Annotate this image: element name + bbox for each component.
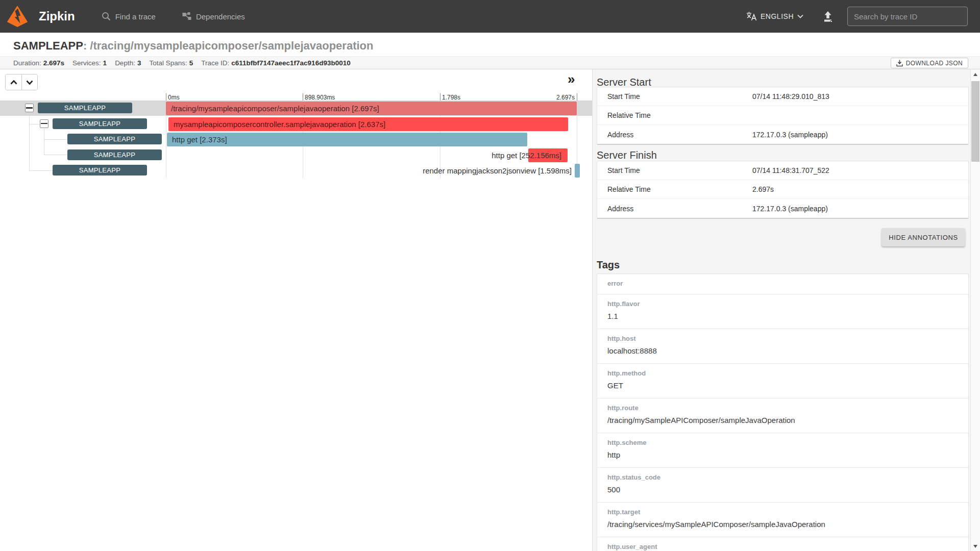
- tags-card: errorhttp.flavor1.1http.hostlocalhost:88…: [597, 273, 969, 551]
- tag-row: error: [597, 274, 968, 294]
- row-label: Relative Time: [607, 185, 651, 193]
- upload-button[interactable]: [823, 11, 833, 22]
- tag-name: http.route: [607, 404, 958, 412]
- tag-value: GET: [607, 380, 949, 391]
- stat-value: 2.697s: [43, 59, 64, 67]
- service-name: SAMPLEAPP: [13, 39, 83, 52]
- detail-table: Start Time07/14 11:48:29.010_813Relative…: [597, 87, 969, 145]
- row-label: Start Time: [607, 166, 640, 174]
- service-badge[interactable]: SAMPLEAPP: [67, 134, 162, 144]
- trace-row[interactable]: SAMPLEAPPrender mappingjackson2jsonview …: [0, 163, 592, 178]
- service-badge[interactable]: SAMPLEAPP: [53, 118, 147, 129]
- nav-label: Find a trace: [115, 12, 156, 21]
- section-title: Server Finish: [597, 149, 657, 161]
- table-row: Address172.17.0.3 (sampleapp): [597, 125, 968, 144]
- trace-id-search-input[interactable]: [847, 7, 968, 26]
- row-label: Address: [607, 205, 633, 213]
- service-badge[interactable]: SAMPLEAPP: [53, 165, 147, 176]
- summary-stat: Services:1: [72, 59, 107, 67]
- dependencies-icon: [182, 12, 191, 20]
- operation-name: : /tracing/mysampleapicomposer/samplejav…: [83, 39, 374, 52]
- nav-item-dependencies[interactable]: Dependencies: [182, 12, 245, 21]
- download-json-label: DOWNLOAD JSON: [906, 60, 963, 67]
- tag-value: localhost:8888: [607, 345, 949, 357]
- detail-table: Start Time07/14 11:48:31.707_522Relative…: [597, 161, 969, 219]
- expand-timeline-icon[interactable]: »: [568, 72, 575, 86]
- service-badge[interactable]: SAMPLEAPP: [67, 149, 162, 160]
- summary-stats: Duration:2.697sServices:1Depth:3Total Sp…: [13, 59, 359, 67]
- span-bar-label[interactable]: mysampleapicomposercontroller.samplejava…: [168, 117, 568, 131]
- table-row: Address172.17.0.3 (sampleapp): [597, 199, 968, 218]
- stat-label: Total Spans:: [149, 59, 187, 67]
- row-value: 07/14 11:48:31.707_522: [752, 166, 829, 174]
- navbar: Zipkin Find a trace Dependencies EN: [0, 0, 980, 33]
- scrollbar[interactable]: [970, 69, 980, 551]
- stat-value: 5: [189, 59, 193, 67]
- previous-span-button[interactable]: [6, 74, 21, 90]
- upload-icon: [823, 11, 833, 22]
- tick-label: 2.697s: [556, 94, 575, 101]
- download-json-button[interactable]: DOWNLOAD JSON: [891, 58, 968, 68]
- scroll-down-arrow[interactable]: [971, 541, 980, 551]
- table-row: Relative Time: [597, 106, 968, 125]
- summary-stat: Trace ID:c611bfbf7147aeec1f7ac916d93b001…: [201, 59, 350, 67]
- stat-value: c611bfbf7147aeec1f7ac916d93b0010: [231, 59, 350, 67]
- span-label: http get [252.156ms]: [492, 148, 561, 162]
- timeline-panel: » 0ms898.903ms1.798s2.697sSAMPLEAPP/trac…: [0, 69, 592, 551]
- scroll-thumb[interactable]: [971, 81, 979, 162]
- language-selector[interactable]: ENGLISH: [746, 11, 803, 21]
- collapse-toggle-icon[interactable]: [40, 119, 48, 128]
- summary-stat: Total Spans:5: [149, 59, 193, 67]
- page-title: SAMPLEAPP: /tracing/mysampleapicomposer/…: [0, 33, 980, 53]
- trace-row[interactable]: SAMPLEAPPhttp get [252.156ms]: [0, 147, 592, 163]
- tick-label: 898.903ms: [305, 94, 335, 101]
- tag-value: 1.1: [607, 311, 949, 322]
- tag-row: http.user_agentMozilla/5.0 (X11; Linux x…: [597, 537, 968, 551]
- tag-name: http.method: [607, 369, 958, 377]
- stat-label: Services:: [72, 59, 101, 67]
- tag-name: http.user_agent: [607, 543, 958, 550]
- chevron-down-icon: [26, 80, 33, 85]
- nav-label: Dependencies: [196, 12, 245, 21]
- span-bar[interactable]: [575, 164, 580, 178]
- main-content: » 0ms898.903ms1.798s2.697sSAMPLEAPP/trac…: [0, 69, 980, 551]
- trace-row[interactable]: SAMPLEAPP/tracing/mysampleapicomposer/sa…: [0, 101, 592, 116]
- row-label: Relative Time: [607, 111, 651, 119]
- row-label: Start Time: [607, 92, 640, 101]
- trace-header: SAMPLEAPP: /tracing/mysampleapicomposer/…: [0, 33, 980, 56]
- tag-name: http.target: [607, 508, 958, 516]
- hide-annotations-button[interactable]: HIDE ANNOTATIONS: [881, 228, 965, 246]
- tag-name: http.scheme: [607, 439, 958, 446]
- tag-row: http.schemehttp: [597, 433, 968, 468]
- row-value: 172.17.0.3 (sampleapp): [752, 205, 828, 213]
- span-bar-label[interactable]: /tracing/mysampleapicomposer/samplejavao…: [166, 102, 577, 115]
- tag-row: http.flavor1.1: [597, 294, 968, 329]
- span-bar-label[interactable]: http get [2.373s]: [167, 133, 527, 146]
- tick-label: 0ms: [168, 94, 180, 101]
- summary-stat: Duration:2.697s: [13, 59, 64, 67]
- chevron-up-icon: [10, 80, 17, 85]
- collapse-toggle-icon[interactable]: [25, 104, 34, 112]
- zipkin-logo: [6, 5, 29, 28]
- tag-name: http.flavor: [607, 300, 958, 308]
- tag-name: http.host: [607, 335, 958, 342]
- tag-name: error: [607, 280, 958, 287]
- navbar-right: ENGLISH: [746, 7, 968, 26]
- nav-item-find-a-trace[interactable]: Find a trace: [102, 12, 156, 21]
- stat-value: 1: [103, 59, 107, 67]
- table-row: Start Time07/14 11:48:29.010_813: [597, 87, 968, 106]
- service-badge[interactable]: SAMPLEAPP: [38, 103, 132, 113]
- table-row: Relative Time2.697s: [597, 180, 968, 199]
- stat-label: Trace ID:: [201, 59, 229, 67]
- trace-summary-bar: Duration:2.697sServices:1Depth:3Total Sp…: [0, 56, 980, 69]
- stat-value: 3: [137, 59, 141, 67]
- tag-row: http.methodGET: [597, 364, 968, 398]
- trace-row[interactable]: SAMPLEAPPmysampleapicomposercontroller.s…: [0, 116, 592, 132]
- tags-title: Tags: [597, 259, 620, 271]
- search-icon: [102, 12, 111, 21]
- span-details-panel: HIDE ANNOTATIONS Tags errorhttp.flavor1.…: [592, 69, 970, 551]
- next-span-button[interactable]: [21, 74, 37, 90]
- scroll-up-arrow[interactable]: [971, 69, 980, 79]
- tag-value: /tracing/mySampleAPIComposer/sampleJavaO…: [607, 415, 949, 426]
- trace-row[interactable]: SAMPLEAPPhttp get [2.373s]: [0, 132, 592, 147]
